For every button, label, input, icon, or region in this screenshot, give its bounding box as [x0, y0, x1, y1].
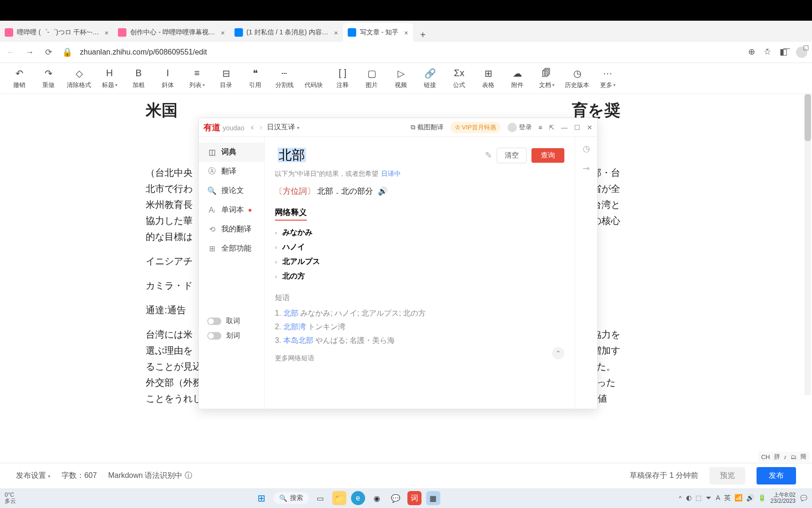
phrase-item[interactable]: 3. 本岛北部 やんばる; 名護・美ら海 [275, 334, 564, 348]
forward-button[interactable]: → [23, 46, 36, 58]
toolbar-list[interactable]: ≡列表▾ [183, 68, 211, 89]
close-icon[interactable]: × [404, 29, 408, 37]
language-selector[interactable]: 日汉互译 ▾ [267, 123, 299, 132]
toolbar-more[interactable]: ⋯更多▾ [594, 68, 621, 89]
scrollbar[interactable] [804, 94, 811, 395]
task-view-icon[interactable]: ▭ [313, 491, 328, 505]
sidebar-item-我的翻译[interactable]: ⟲我的翻译 [199, 220, 264, 239]
phrase-item[interactable]: 1. 北部 みなかみ; ハノイ; 北アルプス; 北の方 [275, 307, 564, 320]
article-body[interactable]: 米国xxxxxxxxxxxxxxxxxxxxxxxxxxxxxxxxxxxxxx… [0, 94, 648, 103]
browser-tab[interactable]: 创作中心 - 哔哩哔哩弹幕视… × [113, 23, 229, 42]
minimize-icon[interactable]: — [561, 124, 568, 131]
toolbar-formula[interactable]: Σx公式 [445, 68, 473, 89]
ime-language-bar[interactable]: CH拼♪🗂簡 [758, 452, 809, 462]
toolbar-doc[interactable]: 🗐文档▾ [533, 68, 560, 89]
taskbar-search[interactable]: 🔍搜索 [273, 492, 309, 504]
publish-settings[interactable]: 发布设置 ▾ [16, 471, 50, 481]
handwrite-icon[interactable]: ✎ [485, 150, 492, 160]
search-button[interactable]: 查询 [531, 148, 564, 163]
preview-button[interactable]: 预览 [710, 467, 745, 484]
toolbar-history[interactable]: ◷历史版本 [562, 68, 592, 89]
settings-icon[interactable]: ⊸ [583, 163, 590, 174]
chevron-down-icon[interactable]: ⌄ [765, 44, 770, 52]
toolbar-italic[interactable]: I斜体 [154, 68, 181, 89]
more-phrases-link[interactable]: 更多网络短语 [275, 354, 564, 363]
web-definition-item[interactable]: ›北の方 [275, 269, 564, 284]
toolbar-toc[interactable]: ⊟目录 [212, 68, 240, 89]
switch-direction-link[interactable]: 日译中 [381, 170, 401, 177]
toolbar-image[interactable]: ▢图片 [358, 68, 385, 89]
toolbar-attachment[interactable]: ☁附件 [504, 68, 531, 89]
chevron-up-icon[interactable]: ^ [679, 495, 682, 501]
explorer-icon[interactable]: 📁 [332, 491, 346, 505]
close-icon[interactable]: × [334, 29, 338, 37]
back-icon[interactable]: ‹ [251, 122, 254, 132]
ime-mode-icon[interactable]: 英 [724, 494, 731, 502]
browser-tab[interactable]: 哩哔哩 (゜-゜)つロ 干杯~-… × [0, 23, 113, 42]
toolbar-annotation[interactable]: [ ]注释 [329, 68, 356, 89]
toolbar-divider[interactable]: ┄分割线 [271, 68, 298, 89]
sidebar-item-词典[interactable]: ◫词典 [199, 143, 264, 162]
toolbar-link[interactable]: 🔗链接 [416, 68, 444, 89]
help-icon[interactable]: ⓘ [185, 471, 192, 479]
close-icon[interactable]: ✕ [587, 124, 593, 131]
reload-button[interactable]: ⟳ [42, 46, 55, 58]
zoom-icon[interactable]: ⊕ [748, 47, 755, 58]
toolbar-video[interactable]: ▷视频 [387, 68, 414, 89]
web-definition-item[interactable]: ›ハノイ [275, 240, 564, 254]
toolbar-table[interactable]: ⊞表格 [475, 68, 502, 89]
screenshot-translate-button[interactable]: ⧉截图翻译 [411, 123, 444, 132]
sidebar-item-翻译[interactable]: Ⓐ翻译 [199, 162, 264, 181]
tray-icon[interactable]: ⬚ [695, 494, 702, 502]
forward-icon[interactable]: › [259, 122, 262, 132]
app-icon[interactable]: ▦ [426, 491, 440, 505]
toolbar-bold[interactable]: B加粗 [125, 68, 152, 89]
tray-icon[interactable]: ⏷ [705, 494, 712, 502]
minimize-icon[interactable]: — [783, 44, 790, 52]
history-icon[interactable]: ◷ [583, 143, 590, 154]
toolbar-redo[interactable]: ↷重做 [35, 68, 62, 89]
wifi-icon[interactable]: 📶 [734, 494, 742, 502]
maximize-icon[interactable]: ☐ [574, 124, 580, 131]
phrase-item[interactable]: 2. 北部湾 トンキン湾 [275, 320, 564, 334]
notifications-icon[interactable]: 💬 [800, 495, 807, 501]
chrome-icon[interactable]: ◉ [370, 491, 384, 505]
sidebar-item-搜论文[interactable]: 🔍搜论文 [199, 181, 264, 200]
battery-icon[interactable]: 🔋 [758, 494, 766, 502]
url-field[interactable]: zhuanlan.zhihu.com/p/608609551/edit [80, 48, 742, 56]
browser-tab[interactable]: (1 封私信 / 1 条消息) 内容… × [230, 23, 343, 42]
toggle-select-word[interactable]: 划词 [207, 331, 256, 340]
sidebar-item-单词本[interactable]: Aᵢ单词本 [199, 200, 264, 220]
login-button[interactable]: 登录 [508, 123, 532, 132]
youdao-app-icon[interactable]: 词 [407, 491, 422, 505]
toolbar-undo[interactable]: ↶撤销 [6, 68, 33, 89]
browser-tab-active[interactable]: 写文章 - 知乎 × [343, 23, 413, 42]
close-icon[interactable]: × [105, 29, 109, 37]
web-definition-item[interactable]: ›北アルプス [275, 254, 564, 269]
toolbar-codeblock[interactable]: 代码块 [300, 68, 327, 89]
publish-button[interactable]: 发布 [757, 467, 796, 484]
toggle-pick-word[interactable]: 取词 [207, 317, 256, 325]
toolbar-heading[interactable]: H标题▾ [96, 68, 123, 89]
vip-badge[interactable]: ♔VIP首月特惠 [450, 122, 501, 133]
start-button[interactable]: ⊞ [255, 491, 269, 505]
weather-widget[interactable]: 0°C 多云 [5, 492, 16, 504]
wechat-icon[interactable]: 💬 [389, 491, 403, 505]
collapse-icon[interactable]: ⌃ [552, 347, 564, 359]
clock[interactable]: 上午8:02 23/2/2023 [771, 492, 796, 504]
maximize-icon[interactable]: ☐ [803, 44, 809, 52]
ime-indicator[interactable]: CH [761, 453, 770, 460]
menu-icon[interactable]: ≡ [539, 124, 542, 131]
ime-indicator[interactable]: ♪ [784, 453, 787, 460]
volume-icon[interactable]: 🔊 [746, 494, 754, 502]
web-definition-item[interactable]: ›みなかみ [275, 225, 564, 240]
edge-icon[interactable]: e [351, 491, 365, 505]
speaker-icon[interactable]: 🔊 [378, 187, 388, 196]
toolbar-clear-format[interactable]: ◇清除格式 [64, 68, 94, 89]
tray-icon[interactable]: ◐ [686, 494, 692, 502]
ime-indicator[interactable]: 🗂 [790, 453, 796, 460]
ime-indicator[interactable]: 簡 [800, 452, 806, 461]
back-button[interactable]: ← [5, 46, 17, 58]
clear-button[interactable]: 清空 [497, 148, 527, 163]
sidebar-item-全部功能[interactable]: ⊞全部功能 [199, 239, 264, 258]
